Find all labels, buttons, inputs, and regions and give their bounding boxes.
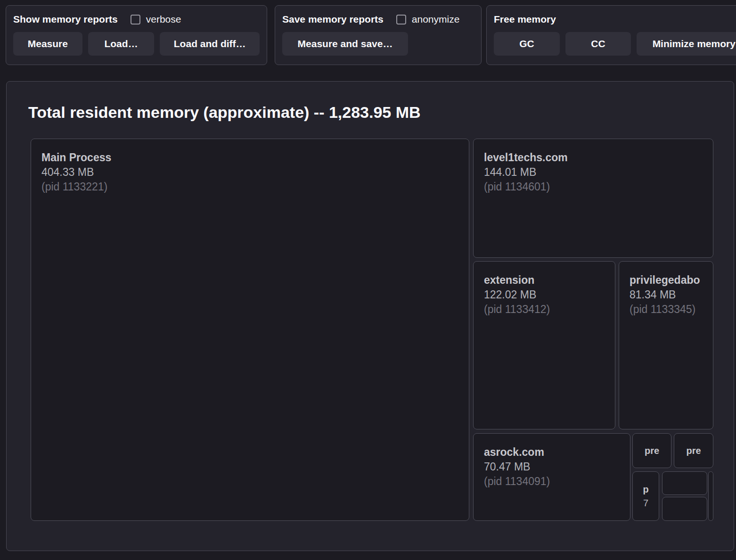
process-size: 404.33 MB (41, 165, 469, 180)
process-size: 122.02 MB (484, 288, 615, 302)
save-panel-header: Save memory reports anonymize (282, 12, 474, 27)
process-box-asrock: asrock.com 70.47 MB (pid 1134091) (473, 433, 630, 521)
process-box-main-process: Main Process 404.33 MB (pid 1133221) (31, 139, 469, 521)
free-panel-header: Free memory (494, 12, 736, 27)
anonymize-checkbox[interactable] (396, 15, 406, 25)
measure-button[interactable]: Measure (13, 32, 82, 56)
process-box-small-2 (662, 497, 707, 521)
process-box-level1techs: level1techs.com 144.01 MB (pid 1134601) (473, 139, 713, 258)
process-box-small-1 (662, 471, 707, 495)
process-size: 144.01 MB (484, 165, 713, 180)
show-panel-header: Show memory reports verbose (13, 12, 260, 27)
process-name: asrock.com (484, 445, 630, 460)
free-panel-buttons: GC CC Minimize memory usage (494, 32, 736, 56)
free-memory-panel: Free memory GC CC Minimize memory usage (486, 5, 736, 65)
process-name: pre (645, 444, 659, 458)
process-name: extension (484, 273, 615, 288)
process-size: 7 (643, 496, 648, 510)
show-panel-buttons: Measure Load… Load and diff… (13, 32, 260, 56)
process-box-preallocated-1: pre (632, 433, 671, 468)
process-box-privilegedabout: privilegedabo 81.34 MB (pid 1133345) (619, 261, 713, 429)
cc-button[interactable]: CC (565, 32, 631, 56)
verbose-checkbox-label[interactable]: verbose (146, 14, 181, 25)
memory-report-panel: Total resident memory (approximate) -- 1… (6, 81, 734, 551)
process-name: Main Process (41, 150, 469, 165)
process-box-preallocated-3: p 7 (632, 471, 659, 521)
anonymize-checkbox-label[interactable]: anonymize (412, 14, 460, 25)
process-box-small-3 (708, 471, 713, 521)
process-name: privilegedabo (630, 273, 713, 288)
free-panel-title: Free memory (494, 14, 556, 25)
save-panel-title: Save memory reports (282, 14, 384, 25)
process-name: pre (686, 444, 701, 458)
load-button[interactable]: Load… (88, 32, 155, 56)
process-pid: (pid 1134601) (484, 180, 713, 194)
total-resident-memory-title: Total resident memory (approximate) -- 1… (28, 103, 421, 122)
process-pid: (pid 1133412) (484, 302, 615, 317)
minimize-memory-button[interactable]: Minimize memory usage (637, 32, 736, 56)
save-memory-reports-panel: Save memory reports anonymize Measure an… (275, 5, 482, 65)
process-size: 81.34 MB (630, 288, 713, 302)
process-name: p (643, 483, 648, 496)
process-box-extension: extension 122.02 MB (pid 1133412) (473, 261, 615, 429)
process-size: 70.47 MB (484, 460, 630, 474)
save-panel-buttons: Measure and save… (282, 32, 474, 56)
verbose-checkbox[interactable] (131, 15, 140, 25)
show-memory-reports-panel: Show memory reports verbose Measure Load… (6, 5, 267, 65)
process-pid: (pid 1133221) (41, 180, 469, 194)
load-and-diff-button[interactable]: Load and diff… (160, 32, 260, 56)
gc-button[interactable]: GC (494, 32, 560, 56)
measure-and-save-button[interactable]: Measure and save… (282, 32, 408, 56)
process-box-preallocated-2: pre (674, 433, 713, 468)
process-pid: (pid 1134091) (484, 474, 630, 489)
process-name: level1techs.com (484, 150, 713, 165)
show-panel-title: Show memory reports (13, 14, 118, 25)
process-pid: (pid 1133345) (630, 302, 713, 317)
